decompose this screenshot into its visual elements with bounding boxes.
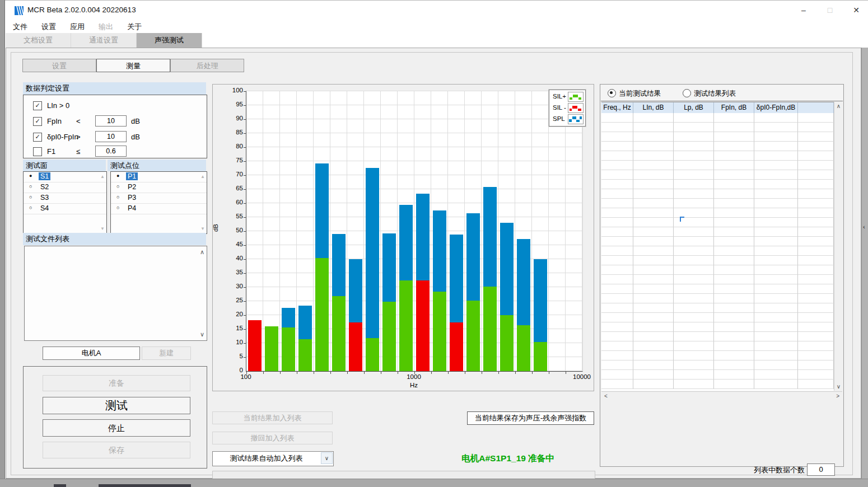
table-cell bbox=[633, 275, 674, 284]
table-cell bbox=[633, 322, 674, 332]
bar-sil-negative bbox=[248, 320, 262, 372]
subtab-设置[interactable]: 设置 bbox=[22, 59, 96, 72]
table-cell bbox=[798, 370, 834, 380]
close-button[interactable]: ✕ bbox=[843, 1, 868, 20]
table-cell bbox=[674, 170, 714, 180]
table-cell bbox=[601, 170, 633, 180]
test-button[interactable]: 测试 bbox=[43, 397, 190, 414]
list-item-S4[interactable]: ○S4 bbox=[24, 204, 106, 214]
list-count-value[interactable]: 0 bbox=[807, 463, 835, 476]
scroll-down-icon[interactable]: ∨ bbox=[834, 383, 843, 390]
list-item-S1[interactable]: ●S1 bbox=[24, 172, 106, 182]
table-cell bbox=[714, 151, 754, 161]
auto-add-combobox[interactable]: 测试结果自动加入列表 ∨ bbox=[212, 451, 334, 466]
title-bar: MCR Beta 2.02.0.004 20220613 – □ ✕ bbox=[5, 1, 868, 20]
table-cell bbox=[754, 275, 798, 284]
table-cell bbox=[798, 199, 834, 208]
radio-icon: ○ bbox=[116, 205, 119, 210]
table-row bbox=[601, 256, 834, 265]
results-panel: 当前测试结果 测试结果列表 Freq., HzLIn, dBLp, dBFpIn… bbox=[600, 84, 844, 467]
bar-spl bbox=[315, 163, 329, 258]
list-item-P1[interactable]: ●P1 bbox=[111, 172, 207, 182]
save-button[interactable]: 保存 bbox=[43, 442, 190, 458]
minimize-button[interactable]: – bbox=[791, 1, 816, 20]
scroll-down-icon[interactable]: ▼ bbox=[200, 226, 205, 231]
table-cell bbox=[714, 246, 754, 256]
menu-item-应用[interactable]: 应用 bbox=[70, 22, 85, 32]
list-item-P3[interactable]: ○P3 bbox=[111, 193, 207, 204]
table-cell bbox=[633, 218, 674, 227]
prepare-button[interactable]: 准备 bbox=[43, 375, 190, 391]
table-cell bbox=[633, 180, 674, 189]
table-row bbox=[601, 246, 834, 256]
subtab-后处理[interactable]: 后处理 bbox=[170, 59, 244, 72]
new-button[interactable]: 新建 bbox=[142, 346, 191, 360]
table-cell bbox=[674, 341, 714, 351]
table-cell bbox=[633, 294, 674, 303]
table-row bbox=[601, 113, 834, 123]
checkbox[interactable] bbox=[33, 147, 42, 156]
judge-value-input[interactable]: 0.6 bbox=[95, 146, 127, 157]
save-residual-index-button[interactable]: 当前结果保存为声压-残余声强指数 bbox=[467, 411, 594, 425]
table-cell bbox=[601, 351, 633, 360]
surface-header: 测试面 bbox=[23, 160, 106, 171]
vertical-scrollbar[interactable]: ∧ ∨ bbox=[834, 102, 843, 391]
menu-item-关于[interactable]: 关于 bbox=[127, 22, 142, 32]
bar-sil-positive bbox=[534, 342, 547, 372]
point-list[interactable]: ▲ ▼ ●P1○P2○P3○P4 bbox=[110, 171, 207, 234]
table-cell bbox=[601, 123, 633, 132]
table-cell bbox=[674, 227, 714, 237]
table-cell bbox=[754, 237, 798, 246]
scroll-up-icon[interactable]: ∧ bbox=[200, 249, 204, 256]
tab-声强测试[interactable]: 声强测试 bbox=[137, 33, 202, 48]
table-row bbox=[601, 199, 834, 208]
scroll-down-icon[interactable]: ▼ bbox=[100, 226, 105, 231]
horizontal-scrollbar[interactable]: < > bbox=[601, 391, 842, 401]
tab-通道设置[interactable]: 通道设置 bbox=[71, 33, 137, 48]
checkbox[interactable]: ✓ bbox=[33, 101, 42, 110]
list-item-S2[interactable]: ○S2 bbox=[24, 182, 106, 193]
panel-collapse-handle[interactable]: ‹ bbox=[861, 48, 868, 479]
table-cell bbox=[601, 246, 633, 256]
checkbox[interactable]: ✓ bbox=[33, 117, 42, 126]
table-cell bbox=[754, 246, 798, 256]
radio-current-result[interactable] bbox=[608, 89, 616, 97]
table-cell bbox=[714, 256, 754, 265]
table-row bbox=[601, 341, 834, 351]
radio-result-list[interactable] bbox=[683, 89, 691, 97]
judge-value-input[interactable]: 10 bbox=[95, 115, 127, 127]
stop-button[interactable]: 停止 bbox=[43, 419, 190, 437]
chevron-down-icon[interactable]: ∨ bbox=[321, 452, 333, 464]
menu-item-输出[interactable]: 输出 bbox=[99, 22, 113, 32]
list-item-S3[interactable]: ○S3 bbox=[24, 193, 106, 204]
add-current-result-button[interactable]: 当前结果加入列表 bbox=[212, 411, 333, 424]
judge-value-input[interactable]: 10 bbox=[95, 131, 127, 142]
y-tick-label: 15 bbox=[213, 325, 243, 331]
scroll-left-icon[interactable]: < bbox=[604, 393, 608, 399]
menu-item-设置[interactable]: 设置 bbox=[41, 22, 56, 32]
table-cell bbox=[754, 294, 798, 303]
list-item-label: P3 bbox=[126, 194, 138, 202]
menu-item-文件[interactable]: 文件 bbox=[13, 22, 27, 32]
table-cell bbox=[714, 370, 754, 380]
undo-add-button[interactable]: 撤回加入列表 bbox=[212, 432, 333, 444]
radio-icon: ○ bbox=[116, 184, 119, 189]
scroll-down-icon[interactable]: ∨ bbox=[200, 331, 204, 338]
table-cell bbox=[633, 189, 674, 199]
radio-current-result-label: 当前测试结果 bbox=[619, 89, 661, 99]
list-item-P2[interactable]: ○P2 bbox=[111, 182, 207, 193]
table-cell bbox=[798, 218, 834, 227]
maximize-button[interactable]: □ bbox=[817, 1, 843, 20]
table-cell bbox=[674, 246, 714, 256]
checkbox[interactable]: ✓ bbox=[33, 133, 42, 142]
tab-文档设置[interactable]: 文档设置 bbox=[6, 33, 71, 48]
table-cell bbox=[601, 303, 633, 313]
motor-name-button[interactable]: 电机A bbox=[43, 346, 140, 360]
scroll-up-icon[interactable]: ∧ bbox=[834, 103, 843, 109]
test-file-list[interactable]: ∧ ∨ bbox=[24, 246, 207, 341]
surface-list[interactable]: ▲ ▼ ●S1○S2○S3○S4 bbox=[23, 171, 107, 234]
subtab-测量[interactable]: 测量 bbox=[96, 59, 170, 72]
table-cell bbox=[601, 189, 633, 199]
scroll-right-icon[interactable]: > bbox=[836, 393, 839, 399]
list-item-P4[interactable]: ○P4 bbox=[111, 204, 207, 214]
